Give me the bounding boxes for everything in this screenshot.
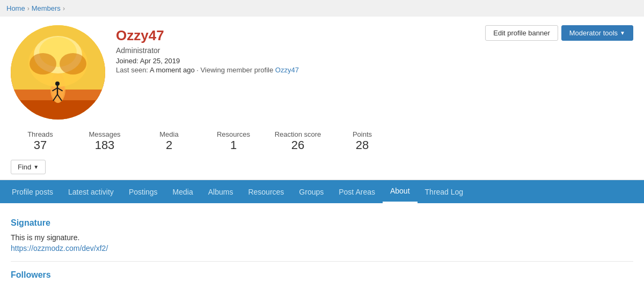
profile-actions: Edit profile banner Moderator tools ▼ (485, 25, 633, 41)
stat-label: Resources (204, 130, 263, 138)
content-area: Signature This is my signature. https://… (0, 207, 644, 282)
svg-point-8 (30, 53, 56, 75)
lastseen-action: · Viewing member profile (196, 66, 273, 74)
profile-joined: Joined: Apr 25, 2019 (116, 57, 633, 65)
tab-item[interactable]: Media (165, 180, 201, 203)
breadcrumb-home[interactable]: Home (6, 4, 25, 12)
stat-value: 28 (333, 138, 392, 152)
find-btn-row: Find ▼ (11, 160, 633, 174)
stat-item: Threads 37 (11, 130, 75, 152)
breadcrumb: Home › Members › (0, 0, 644, 17)
mod-tools-label: Moderator tools (569, 29, 618, 37)
sep1: › (27, 5, 30, 12)
stat-label: Threads (11, 130, 70, 138)
stat-item: Points 28 (333, 130, 397, 152)
stat-item: Media 2 (140, 130, 204, 152)
profile-role: Administrator (116, 46, 633, 55)
tab-item[interactable]: Resources (240, 180, 291, 203)
stat-item: Messages 183 (75, 130, 140, 152)
stat-value: 26 (268, 138, 327, 152)
stat-label: Reaction score (268, 130, 327, 138)
tabs-bar: Profile postsLatest activityPostingsMedi… (0, 180, 644, 203)
tab-item[interactable]: Postings (121, 180, 165, 203)
edit-banner-button[interactable]: Edit profile banner (485, 25, 558, 41)
joined-label: Joined: (116, 57, 138, 65)
mod-tools-caret: ▼ (620, 30, 625, 36)
avatar (11, 25, 107, 122)
tab-item[interactable]: Post Areas (331, 180, 383, 203)
stats-row: Threads 37 Messages 183 Media 2 Resource… (11, 130, 633, 152)
stat-value: 2 (140, 138, 199, 152)
tab-item[interactable]: Groups (291, 180, 331, 203)
stat-value: 37 (11, 138, 70, 152)
sep2: › (63, 5, 65, 12)
lastseen-text: A moment ago (150, 66, 195, 74)
stat-item: Resources 1 (204, 130, 268, 152)
lastseen-link[interactable]: Ozzy47 (275, 66, 299, 74)
tab-item[interactable]: About (383, 180, 418, 203)
lastseen-label: Last seen: (116, 66, 148, 74)
avatar-image (11, 25, 105, 120)
breadcrumb-members[interactable]: Members (32, 4, 61, 12)
profile-lastseen: Last seen: A moment ago · Viewing member… (116, 66, 633, 74)
stat-label: Messages (75, 130, 134, 138)
signature-title: Signature (11, 218, 633, 228)
tab-item[interactable]: Thread Log (418, 180, 471, 203)
followers-title: Followers (11, 270, 633, 280)
svg-point-9 (60, 53, 86, 75)
divider (11, 261, 633, 262)
tab-item[interactable]: Albums (201, 180, 241, 203)
find-caret: ▼ (33, 164, 39, 170)
tab-item[interactable]: Latest activity (61, 180, 121, 203)
stat-label: Media (140, 130, 199, 138)
mod-tools-button[interactable]: Moderator tools ▼ (561, 25, 633, 41)
stat-label: Points (333, 130, 392, 138)
signature-text: This is my signature. (11, 233, 633, 242)
profile-card: Ozzy47 Administrator Joined: Apr 25, 201… (0, 17, 644, 282)
signature-link[interactable]: https://ozzmodz.com/dev/xf2/ (11, 244, 108, 253)
find-button[interactable]: Find ▼ (11, 160, 46, 174)
stat-item: Reaction score 26 (268, 130, 333, 152)
find-label: Find (18, 163, 31, 171)
stat-value: 1 (204, 138, 263, 152)
tab-item[interactable]: Profile posts (4, 180, 61, 203)
joined-date: Apr 25, 2019 (140, 57, 180, 65)
svg-point-10 (55, 81, 60, 86)
stat-value: 183 (75, 138, 134, 152)
